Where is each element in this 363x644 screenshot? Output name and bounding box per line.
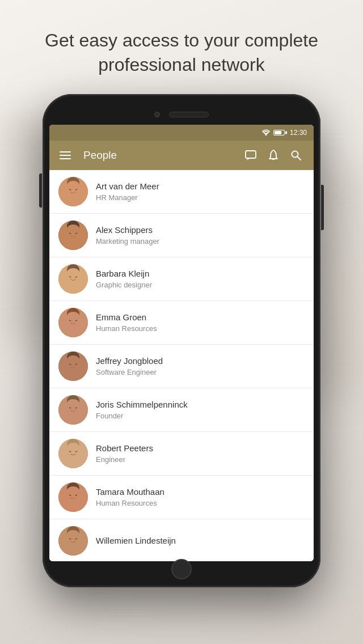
contact-info-joris: Joris SchimmelpenninckFounder (96, 399, 305, 421)
svg-point-67 (67, 530, 79, 539)
contact-role-alex: Marketing manager (96, 237, 305, 247)
contact-name-willemien: Willemien Lindesteijn (96, 535, 305, 546)
contact-name-joris: Joris Schimmelpenninck (96, 399, 305, 410)
svg-rect-1 (246, 151, 256, 158)
bell-icon (268, 150, 278, 161)
avatar-willemien (58, 526, 88, 556)
status-bar: 12:30 (49, 125, 314, 141)
contact-item-alex[interactable]: Alex SchippersMarketing manager (49, 214, 314, 257)
svg-point-60 (67, 486, 79, 495)
contact-name-alex: Alex Schippers (96, 224, 305, 236)
contact-item-tamara[interactable]: Tamara MouthaanHuman Resources (49, 476, 314, 519)
contact-name-tamara: Tamara Mouthaan (96, 486, 305, 498)
contact-role-tamara: Human Resources (96, 499, 305, 509)
avatar-alex (58, 221, 88, 250)
avatar-art (58, 177, 88, 206)
search-icon-button[interactable] (286, 146, 306, 165)
avatar-barbara (58, 264, 88, 294)
chat-icon (245, 150, 256, 160)
svg-point-18 (67, 224, 79, 234)
svg-point-53 (67, 443, 79, 452)
svg-point-32 (67, 312, 79, 321)
svg-point-0 (265, 135, 267, 136)
svg-point-25 (67, 268, 79, 277)
contact-item-willemien[interactable]: Willemien Lindesteijn (49, 519, 314, 561)
status-icons: 12:30 (261, 129, 307, 137)
phone-top-bar (49, 104, 314, 125)
contact-info-barbara: Barbara KleijnGraphic designer (96, 268, 305, 290)
contact-info-willemien: Willemien Lindesteijn (96, 535, 305, 548)
contact-info-robert: Robert PeetersEngineer (96, 443, 305, 464)
contact-role-barbara: Graphic designer (96, 281, 305, 290)
contact-item-jeffrey[interactable]: Jeffrey JongbloedSoftware Engineer (49, 345, 314, 388)
contact-role-jeffrey: Software Engineer (96, 368, 305, 378)
menu-button[interactable] (57, 149, 73, 162)
contact-item-emma[interactable]: Emma GroenHuman Resources (49, 301, 314, 345)
phone-camera (154, 112, 160, 117)
avatar-jeffrey (58, 351, 88, 381)
phone-bottom-bar (49, 561, 314, 577)
svg-point-11 (67, 181, 79, 190)
phone-device: 12:30 People (43, 94, 320, 587)
contact-info-art: Art van der MeerHR Manager (96, 181, 305, 202)
toolbar-title: People (83, 149, 235, 162)
toolbar-icons (241, 146, 306, 165)
phone-speaker (169, 112, 209, 117)
battery-icon (273, 130, 285, 135)
contact-name-barbara: Barbara Kleijn (96, 268, 305, 279)
page-headline: Get easy access to your complete profess… (0, 0, 363, 94)
svg-point-39 (67, 355, 79, 365)
avatar-robert (58, 439, 88, 468)
contact-item-joris[interactable]: Joris SchimmelpenninckFounder (49, 388, 314, 432)
avatar-emma (58, 308, 88, 337)
contact-info-emma: Emma GroenHuman Resources (96, 312, 305, 333)
svg-line-4 (297, 156, 301, 160)
avatar-joris (58, 395, 88, 425)
contact-item-art[interactable]: Art van der MeerHR Manager (49, 170, 314, 214)
home-button[interactable] (171, 559, 192, 579)
status-time: 12:30 (290, 129, 307, 137)
contact-name-robert: Robert Peeters (96, 443, 305, 454)
contact-role-art: HR Manager (96, 193, 305, 203)
contact-name-emma: Emma Groen (96, 312, 305, 323)
contact-name-art: Art van der Meer (96, 181, 305, 192)
contact-info-tamara: Tamara MouthaanHuman Resources (96, 486, 305, 508)
notification-icon-button[interactable] (264, 146, 283, 165)
search-icon (291, 150, 301, 160)
contact-name-jeffrey: Jeffrey Jongbloed (96, 355, 305, 367)
contact-info-alex: Alex SchippersMarketing manager (96, 224, 305, 246)
phone-screen: 12:30 People (49, 125, 314, 561)
contact-role-robert: Engineer (96, 455, 305, 465)
avatar-tamara (58, 482, 88, 512)
contacts-list: Art van der MeerHR Manager Alex Schipper… (49, 170, 314, 561)
app-toolbar: People (49, 141, 314, 170)
contact-item-barbara[interactable]: Barbara KleijnGraphic designer (49, 257, 314, 301)
contact-item-robert[interactable]: Robert PeetersEngineer (49, 432, 314, 476)
contact-role-joris: Founder (96, 412, 305, 421)
wifi-icon (261, 129, 271, 136)
chat-icon-button[interactable] (241, 146, 260, 165)
contact-info-jeffrey: Jeffrey JongbloedSoftware Engineer (96, 355, 305, 377)
svg-point-46 (67, 399, 79, 408)
contact-role-emma: Human Resources (96, 324, 305, 334)
